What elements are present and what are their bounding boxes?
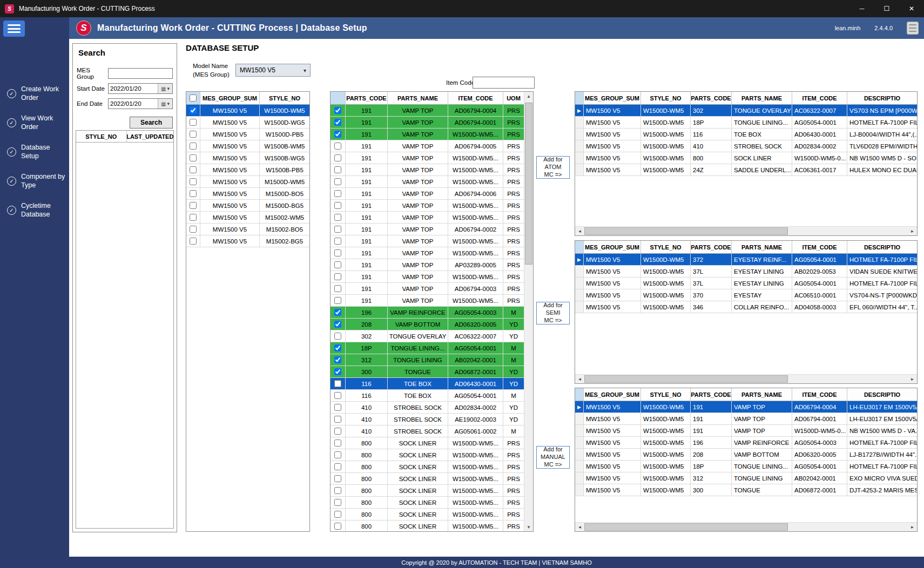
style-row[interactable]: MW1500 V5 W1500D-WG5 bbox=[186, 117, 309, 129]
mes-group-input[interactable] bbox=[108, 68, 173, 79]
row-checkbox[interactable] bbox=[334, 416, 341, 423]
scroll-left-icon[interactable]: ◄ bbox=[575, 227, 584, 235]
part-row[interactable]: 800 SOCK LINER W1500D-WM5... PRS bbox=[331, 449, 524, 461]
column-header-description[interactable]: DESCRIPTIO bbox=[847, 241, 917, 253]
column-header-style-no[interactable]: STYLE_NO bbox=[76, 131, 127, 142]
row-checkbox[interactable] bbox=[334, 511, 341, 518]
row-checkbox[interactable] bbox=[190, 107, 197, 114]
row-checkbox[interactable] bbox=[334, 344, 341, 351]
scroll-left-icon[interactable]: ◄ bbox=[575, 523, 584, 531]
row-checkbox[interactable] bbox=[334, 107, 341, 114]
row-checkbox[interactable] bbox=[334, 202, 341, 209]
item-code-input[interactable] bbox=[473, 77, 535, 89]
row-checkbox[interactable] bbox=[334, 487, 341, 494]
style-row[interactable]: MW1500 V5 M15002-BO5 bbox=[186, 224, 309, 235]
atom-row[interactable]: ▶ MW1500 V5 W1500D-WM5 18P TONGUE LINING… bbox=[575, 117, 917, 129]
horizontal-scrollbar[interactable]: ◄ ► bbox=[575, 374, 917, 383]
part-row[interactable]: 800 SOCK LINER W1500D-WM5... PRS bbox=[331, 485, 524, 497]
row-checkbox[interactable] bbox=[334, 131, 341, 138]
semi-row[interactable]: ▶ MW1500 V5 W1500D-WM5 37L EYESTAY LININ… bbox=[575, 266, 917, 278]
style-row[interactable]: MW1500 V5 M1500D-WM5 bbox=[186, 176, 309, 188]
row-selector-cell[interactable]: ▶ bbox=[575, 449, 584, 460]
row-checkbox[interactable] bbox=[190, 131, 197, 138]
row-checkbox[interactable] bbox=[334, 499, 341, 506]
part-row[interactable]: 191 VAMP TOP W1500D-WM5... PRS bbox=[331, 176, 524, 188]
row-checkbox[interactable] bbox=[334, 249, 341, 256]
row-checkbox[interactable] bbox=[334, 356, 341, 363]
row-checkbox[interactable] bbox=[190, 119, 197, 126]
manual-row[interactable]: ▶ MW1500 V5 W1500D-WM5 191 VAMP TOP W150… bbox=[575, 425, 917, 437]
row-checkbox[interactable] bbox=[334, 119, 341, 126]
row-selector-cell[interactable]: ▶ bbox=[575, 472, 584, 484]
horizontal-scrollbar[interactable]: ◄ ► bbox=[575, 522, 917, 531]
row-checkbox[interactable] bbox=[334, 238, 341, 245]
column-header-last-updated[interactable]: LAST_UPDATED bbox=[127, 131, 173, 142]
row-selector-cell[interactable]: ▶ bbox=[575, 266, 584, 277]
row-checkbox[interactable] bbox=[334, 297, 341, 304]
row-checkbox[interactable] bbox=[334, 166, 341, 173]
row-checkbox[interactable] bbox=[334, 475, 341, 482]
scrollbar-thumb[interactable] bbox=[584, 375, 788, 383]
row-checkbox[interactable] bbox=[334, 190, 341, 197]
row-selector-cell[interactable]: ▶ bbox=[575, 129, 584, 140]
column-header-parts-name[interactable]: PARTS_NAME bbox=[732, 92, 792, 104]
style-row[interactable]: MW1500 V5 W1500B-WG5 bbox=[186, 152, 309, 164]
row-selector-cell[interactable]: ▶ bbox=[575, 278, 584, 289]
part-row[interactable]: 191 VAMP TOP W1500D-WM5... PRS bbox=[331, 271, 524, 283]
end-date-input[interactable] bbox=[109, 100, 158, 107]
manual-row[interactable]: ▶ MW1500 V5 W1500D-WM5 191 VAMP TOP AD06… bbox=[575, 401, 917, 413]
row-checkbox[interactable] bbox=[334, 428, 341, 435]
scroll-down-icon[interactable]: ▼ bbox=[524, 523, 533, 531]
column-header-mes-group-sum[interactable]: MES_GROUP_SUM bbox=[200, 92, 260, 104]
start-date-dropdown-button[interactable]: ▦ ▾ bbox=[158, 84, 172, 93]
scroll-left-icon[interactable]: ◄ bbox=[575, 375, 584, 383]
row-checkbox[interactable] bbox=[334, 392, 341, 399]
row-checkbox[interactable] bbox=[334, 143, 341, 150]
row-checkbox[interactable] bbox=[334, 404, 341, 411]
part-row[interactable]: 191 VAMP TOP W1500D-WM5... PRS bbox=[331, 152, 524, 164]
row-checkbox[interactable] bbox=[334, 261, 341, 268]
column-header-parts-code[interactable]: PARTS_CODE bbox=[691, 388, 732, 401]
column-header-description[interactable]: DESCRIPTIO bbox=[847, 92, 917, 104]
row-checkbox[interactable] bbox=[190, 202, 197, 209]
row-checkbox[interactable] bbox=[190, 178, 197, 185]
part-row[interactable]: 800 SOCK LINER W1500D-WM5... PRS bbox=[331, 520, 524, 531]
manual-row[interactable]: ▶ MW1500 V5 W1500D-WM5 191 VAMP TOP AD06… bbox=[575, 413, 917, 425]
row-checkbox[interactable] bbox=[334, 285, 341, 292]
column-header-item-code[interactable]: ITEM_CODE bbox=[792, 388, 847, 401]
model-name-select[interactable]: MW1500 V5 ▾ bbox=[235, 64, 311, 77]
style-row[interactable]: MW1500 V5 M1500D-BO5 bbox=[186, 188, 309, 200]
menu-toggle-button[interactable] bbox=[3, 21, 25, 37]
style-row[interactable]: MW1500 V5 W1500D-PB5 bbox=[186, 129, 309, 140]
row-checkbox[interactable] bbox=[190, 166, 197, 173]
part-row[interactable]: 302 TONGUE OVERLAY AC06322-0007 YD bbox=[331, 330, 524, 342]
row-selector-cell[interactable]: ▶ bbox=[575, 289, 584, 301]
part-row[interactable]: 191 VAMP TOP W1500D-WM5... PRS bbox=[331, 164, 524, 176]
sidebar-item[interactable]: ✓ Component by Type bbox=[0, 166, 69, 195]
sidebar-item[interactable]: ✓ Create Work Order bbox=[0, 79, 69, 108]
row-selector-cell[interactable]: ▶ bbox=[575, 117, 584, 128]
column-header-parts-code[interactable]: PARTS_CODE bbox=[691, 241, 732, 253]
column-header-style-no[interactable]: STYLE_NO bbox=[641, 388, 691, 401]
part-row[interactable]: 410 STROBEL SOCK AG05061-0002 M bbox=[331, 425, 524, 437]
part-row[interactable]: 800 SOCK LINER W1500D-WM5... PRS bbox=[331, 497, 524, 509]
part-row[interactable]: 410 STROBEL SOCK AD02834-0002 YD bbox=[331, 402, 524, 414]
part-row[interactable]: 800 SOCK LINER W1500D-WM5... PRS bbox=[331, 461, 524, 473]
row-selector-cell[interactable]: ▶ bbox=[575, 425, 584, 436]
add-for-manual-button[interactable]: Add for MANUAL MC => bbox=[536, 446, 570, 469]
part-row[interactable]: 312 TONGUE LINING AB02042-0001 M bbox=[331, 354, 524, 366]
scroll-right-icon[interactable]: ► bbox=[908, 227, 917, 235]
atom-row[interactable]: ▶ MW1500 V5 W1500D-WM5 116 TOE BOX AD064… bbox=[575, 129, 917, 140]
style-row[interactable]: MW1500 V5 M15002-BG5 bbox=[186, 235, 309, 247]
close-button[interactable]: ✕ bbox=[899, 0, 924, 17]
part-row[interactable]: 191 VAMP TOP AD06794-0002 PRS bbox=[331, 224, 524, 235]
row-checkbox[interactable] bbox=[334, 154, 341, 161]
part-row[interactable]: 191 VAMP TOP AD06794-0001 PRS bbox=[331, 117, 524, 129]
maximize-button[interactable]: ☐ bbox=[874, 0, 899, 17]
row-selector-cell[interactable]: ▶ bbox=[575, 254, 584, 265]
row-checkbox[interactable] bbox=[334, 451, 341, 458]
search-button[interactable]: Search bbox=[130, 117, 173, 129]
sidebar-item[interactable]: ✓ Cycletime Database bbox=[0, 195, 69, 225]
part-row[interactable]: 410 STROBEL SOCK AE19002-0003 YD bbox=[331, 414, 524, 425]
atom-row[interactable]: ▶ MW1500 V5 W1500D-WM5 410 STROBEL SOCK … bbox=[575, 140, 917, 152]
